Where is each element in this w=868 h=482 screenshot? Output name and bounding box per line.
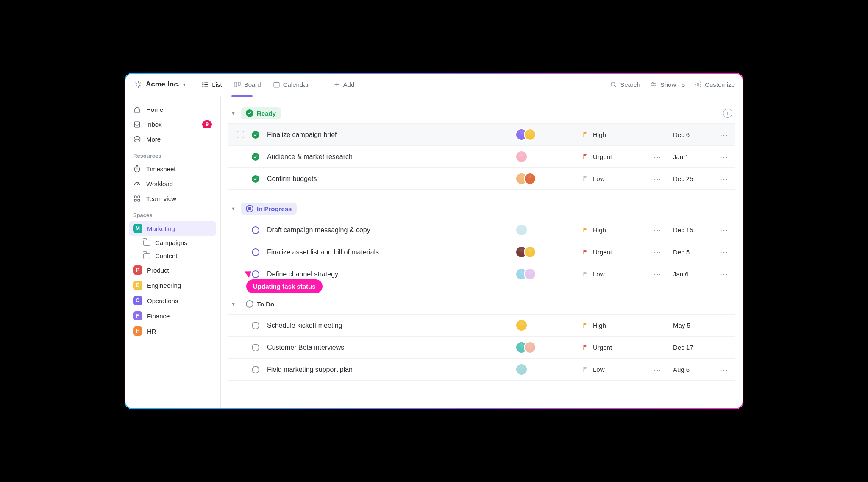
due-date[interactable]: Dec 6 bbox=[673, 131, 709, 138]
sub-menu-button[interactable]: ⋯ bbox=[649, 366, 665, 373]
task-row[interactable]: Schedule kickoff meeting High ⋯ May 5 ⋯ bbox=[228, 314, 735, 337]
row-menu-button[interactable]: ⋯ bbox=[717, 153, 731, 161]
due-date[interactable]: Aug 6 bbox=[673, 366, 709, 373]
priority-cell[interactable]: High bbox=[582, 322, 642, 329]
status-pill[interactable]: To Do bbox=[241, 298, 279, 310]
task-row[interactable]: Field marketing support plan Low ⋯ Aug 6… bbox=[228, 359, 735, 381]
priority-cell[interactable]: Low bbox=[582, 175, 642, 182]
task-status-icon[interactable] bbox=[252, 270, 259, 278]
task-checkbox[interactable] bbox=[237, 131, 244, 138]
row-menu-button[interactable]: ⋯ bbox=[717, 343, 731, 352]
svg-point-24 bbox=[138, 139, 139, 140]
assignee-stack[interactable] bbox=[515, 128, 575, 141]
nav-workload[interactable]: Workload bbox=[129, 176, 216, 191]
due-date[interactable]: Dec 25 bbox=[673, 175, 709, 182]
group-collapse-toggle[interactable]: ▼ bbox=[231, 111, 236, 116]
task-row[interactable]: Finalize asset list and bill of material… bbox=[228, 241, 735, 263]
nav-teamview[interactable]: Team view bbox=[129, 191, 216, 206]
priority-cell[interactable]: High bbox=[582, 131, 642, 138]
priority-cell[interactable]: Urgent bbox=[582, 248, 642, 256]
row-menu-button[interactable]: ⋯ bbox=[717, 365, 731, 374]
nav-more-label: More bbox=[146, 136, 161, 143]
row-menu-button[interactable]: ⋯ bbox=[717, 248, 731, 256]
priority-cell[interactable]: Low bbox=[582, 270, 642, 278]
show-button[interactable]: Show · 5 bbox=[650, 81, 685, 88]
task-status-icon[interactable] bbox=[252, 248, 259, 256]
task-row[interactable]: Audience & market research Urgent ⋯ Jan … bbox=[228, 146, 735, 168]
row-menu-button[interactable]: ⋯ bbox=[717, 175, 731, 183]
row-menu-button[interactable]: ⋯ bbox=[717, 226, 731, 234]
due-date[interactable]: Dec 17 bbox=[673, 344, 709, 351]
view-add[interactable]: Add bbox=[333, 81, 355, 88]
task-status-icon[interactable] bbox=[252, 344, 259, 351]
status-pill[interactable]: Ready bbox=[241, 107, 281, 119]
flag-icon bbox=[582, 248, 589, 256]
task-status-icon[interactable] bbox=[252, 366, 259, 373]
task-status-icon[interactable] bbox=[252, 131, 259, 139]
space-finance[interactable]: FFinance bbox=[129, 308, 216, 323]
row-menu-button[interactable]: ⋯ bbox=[717, 131, 731, 139]
view-list[interactable]: List bbox=[202, 81, 222, 88]
assignee-stack[interactable] bbox=[515, 268, 575, 280]
assignee-stack[interactable] bbox=[515, 246, 575, 258]
sub-menu-button[interactable]: ⋯ bbox=[649, 344, 665, 351]
due-date[interactable]: Jan 1 bbox=[673, 153, 709, 160]
nav-home[interactable]: Home bbox=[129, 102, 216, 117]
task-row[interactable]: Confirm budgets Low ⋯ Dec 25 ⋯ bbox=[228, 168, 735, 190]
space-engineering[interactable]: EEngineering bbox=[129, 278, 216, 293]
task-status-icon[interactable] bbox=[252, 175, 259, 183]
task-status-icon[interactable] bbox=[252, 153, 259, 161]
space-marketing[interactable]: M Marketing bbox=[129, 221, 216, 236]
workspace-switcher[interactable]: Acme Inc. ▾ bbox=[134, 80, 186, 89]
task-status-icon[interactable] bbox=[252, 226, 259, 234]
task-row[interactable]: Define channel strategy Low ⋯ Jan 6 ⋯ bbox=[228, 263, 735, 285]
svg-point-17 bbox=[652, 83, 653, 84]
board-icon bbox=[234, 81, 241, 88]
status-pill[interactable]: In Progress bbox=[241, 203, 297, 215]
folder-campaigns[interactable]: Campaigns bbox=[129, 236, 216, 249]
nav-inbox[interactable]: Inbox 9 bbox=[129, 117, 216, 132]
priority-cell[interactable]: Low bbox=[582, 366, 642, 373]
sub-menu-button[interactable]: ⋯ bbox=[649, 248, 665, 256]
space-product[interactable]: PProduct bbox=[129, 262, 216, 278]
due-date[interactable]: May 5 bbox=[673, 322, 709, 329]
sub-menu-button[interactable]: ⋯ bbox=[649, 270, 665, 278]
nav-timesheet[interactable]: Timesheet bbox=[129, 162, 216, 176]
customize-button[interactable]: Customize bbox=[694, 81, 735, 88]
due-date[interactable]: Jan 6 bbox=[673, 270, 709, 278]
assignee-stack[interactable] bbox=[515, 224, 575, 236]
due-date[interactable]: Dec 5 bbox=[673, 248, 709, 256]
view-calendar[interactable]: Calendar bbox=[273, 81, 309, 88]
group-collapse-toggle[interactable]: ▼ bbox=[231, 206, 236, 211]
task-row[interactable]: Draft campaign messaging & copy High ⋯ D… bbox=[228, 219, 735, 241]
task-status-icon[interactable] bbox=[252, 322, 259, 329]
svg-point-1 bbox=[203, 84, 203, 85]
nav-more[interactable]: More bbox=[129, 132, 216, 147]
sub-menu-button[interactable]: ⋯ bbox=[649, 175, 665, 183]
task-title: Audience & market research bbox=[267, 153, 508, 161]
folder-content[interactable]: Content bbox=[129, 249, 216, 262]
task-row[interactable]: Finalize campaign brief High Dec 6 ⋯ bbox=[228, 123, 735, 146]
svg-rect-33 bbox=[584, 132, 584, 137]
sub-menu-button[interactable]: ⋯ bbox=[649, 226, 665, 234]
sub-menu-button[interactable]: ⋯ bbox=[649, 322, 665, 329]
priority-cell[interactable]: Urgent bbox=[582, 153, 642, 160]
space-hr[interactable]: HHR bbox=[129, 323, 216, 339]
search-button[interactable]: Search bbox=[609, 81, 640, 88]
view-board[interactable]: Board bbox=[234, 81, 261, 88]
assignee-stack[interactable] bbox=[515, 319, 575, 332]
priority-cell[interactable]: High bbox=[582, 226, 642, 234]
sub-menu-button[interactable]: ⋯ bbox=[649, 153, 665, 161]
group-collapse-toggle[interactable]: ▼ bbox=[231, 301, 236, 306]
due-date[interactable]: Dec 15 bbox=[673, 226, 709, 234]
assignee-stack[interactable] bbox=[515, 341, 575, 354]
space-operations[interactable]: OOperations bbox=[129, 293, 216, 308]
row-menu-button[interactable]: ⋯ bbox=[717, 321, 731, 330]
assignee-stack[interactable] bbox=[515, 173, 575, 185]
task-row[interactable]: Customer Beta interviews Urgent ⋯ Dec 17… bbox=[228, 337, 735, 359]
priority-cell[interactable]: Urgent bbox=[582, 344, 642, 351]
row-menu-button[interactable]: ⋯ bbox=[717, 270, 731, 279]
add-task-button[interactable]: + bbox=[723, 109, 732, 118]
assignee-stack[interactable] bbox=[515, 150, 575, 163]
assignee-stack[interactable] bbox=[515, 363, 575, 376]
